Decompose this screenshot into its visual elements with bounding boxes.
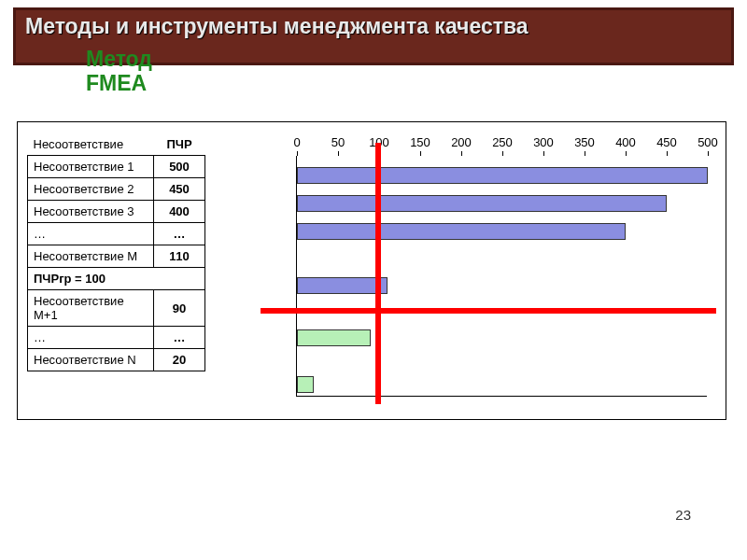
tick-mark (667, 151, 668, 156)
table-header: Несоответствие ПЧР (28, 133, 205, 156)
cell-value: 20 (154, 349, 205, 371)
threshold-horizontal (261, 308, 716, 314)
bar-below (297, 376, 314, 393)
table-row: Несоответствие 2 450 (28, 178, 205, 201)
cell-value: 500 (154, 156, 205, 178)
subtitle-line-1: Метод (86, 47, 152, 71)
bar-above (297, 167, 708, 184)
tick-label: 200 (443, 135, 480, 149)
tick-label: 50 (319, 135, 357, 149)
table-row: Несоответствие 3 400 (28, 201, 205, 223)
tick-label: 450 (648, 135, 685, 149)
cell-value: 400 (154, 201, 205, 223)
tick-mark (297, 151, 298, 156)
slide: Методы и инструменты менеджмента качеств… (0, 0, 747, 560)
bar-chart: 0 50 100 150 200 250 300 350 400 450 500 (261, 133, 716, 406)
tick-mark (708, 151, 709, 156)
table-row: Несоответствие М 110 (28, 245, 205, 268)
cell-label: Несоответствие 3 (28, 201, 154, 223)
cell-value: 450 (154, 178, 205, 201)
tick-mark (626, 151, 627, 156)
tick-mark (585, 151, 585, 156)
bar-above (297, 277, 388, 294)
cell-label: Несоответствие 1 (28, 156, 154, 178)
tick-label: 0 (278, 135, 316, 149)
cell-label: Несоответствие 2 (28, 178, 154, 201)
table-row: Несоответствие N 20 (28, 349, 205, 371)
threshold-vertical (375, 143, 381, 404)
cell-value: … (154, 223, 205, 245)
tick-mark (338, 151, 339, 156)
tick-label: 400 (607, 135, 644, 149)
table-row: Несоответствие М+1 90 (28, 290, 205, 327)
bar-below (297, 329, 371, 346)
tick-label: 500 (689, 135, 726, 149)
tick-mark (543, 151, 544, 156)
chart-axes: 0 50 100 150 200 250 300 350 400 450 500 (296, 156, 707, 397)
tick-label: 300 (525, 135, 562, 149)
cell-label: … (28, 327, 154, 349)
cell-value: … (154, 327, 205, 349)
threshold-label: ПЧРгр = 100 (28, 268, 205, 290)
cell-value: 90 (154, 290, 205, 327)
table-row: … … (28, 327, 205, 349)
table-row: Несоответствие 1 500 (28, 156, 205, 178)
subtitle-line-2: FMEA (86, 71, 147, 95)
header-label: Несоответствие (28, 133, 154, 156)
page-number: 23 (675, 507, 691, 523)
cell-label: Несоответствие М (28, 245, 154, 268)
cell-label: Несоответствие М+1 (28, 290, 154, 327)
tick-label: 150 (402, 135, 439, 149)
content-frame: Несоответствие ПЧР Несоответствие 1 500 … (17, 121, 726, 420)
header-value: ПЧР (154, 133, 205, 156)
tick-mark (461, 151, 462, 156)
cell-value: 110 (154, 245, 205, 268)
table-row: … … (28, 223, 205, 245)
tick-mark (420, 151, 421, 156)
bar-above (297, 195, 667, 212)
slide-subtitle: Метод FMEA (86, 47, 152, 95)
threshold-row: ПЧРгр = 100 (28, 268, 205, 290)
tick-label: 250 (484, 135, 521, 149)
cell-label: … (28, 223, 154, 245)
tick-mark (502, 151, 503, 156)
cell-label: Несоответствие N (28, 349, 154, 371)
tick-label: 350 (566, 135, 603, 149)
fmea-table: Несоответствие ПЧР Несоответствие 1 500 … (27, 133, 205, 371)
bar-above (297, 223, 626, 240)
